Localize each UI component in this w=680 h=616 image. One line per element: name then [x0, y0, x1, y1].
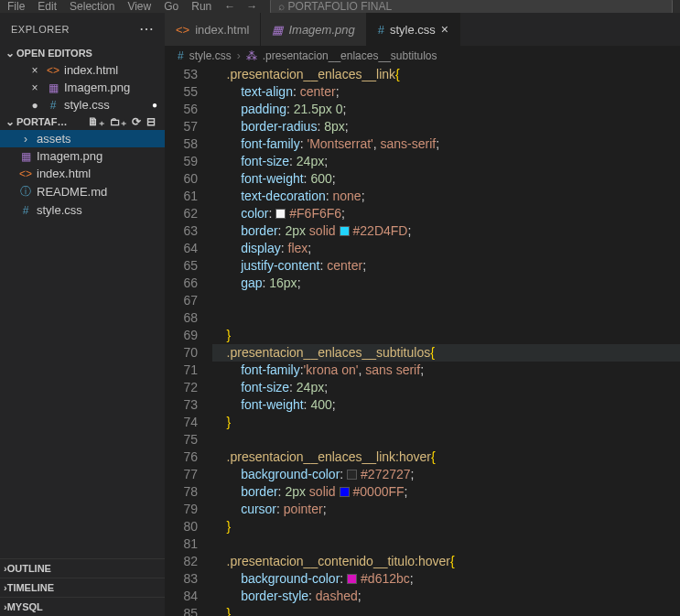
menu-go[interactable]: Go [164, 0, 178, 13]
code-line[interactable]: border-radius: 8px; [212, 118, 680, 135]
image-file-icon: ▦ [272, 23, 283, 37]
code-line[interactable]: .presentacion__contenido__titulo:hover{ [212, 553, 680, 570]
code-line[interactable]: font-weight: 400; [212, 396, 680, 414]
outline-header[interactable]: › OUTLINE [0, 558, 165, 578]
code-line[interactable]: font-weight: 600; [212, 170, 680, 188]
code-line[interactable]: cursor: pointer; [212, 501, 680, 518]
css-file-icon: # [378, 23, 384, 37]
menu-run[interactable]: Run [191, 0, 211, 13]
open-editor-item[interactable]: × ▦Imagem.png [0, 79, 165, 96]
open-editor-item[interactable]: ● #style.css [0, 96, 165, 113]
collapse-all-icon[interactable]: ⊟ [146, 115, 156, 128]
timeline-header[interactable]: › TIMELINE [0, 578, 165, 597]
code-line[interactable]: display: flex; [212, 240, 680, 257]
css-file-icon: # [18, 204, 33, 217]
chevron-right-icon: › [237, 49, 241, 62]
editor-tabs: <>index.html ▦Imagem.png #style.css× [165, 13, 680, 46]
menu-selection[interactable]: Selection [70, 0, 114, 13]
code-line[interactable]: } [212, 605, 680, 616]
html-file-icon: <> [18, 168, 33, 180]
code-lines[interactable]: .presentacion__enlaces__link{ text-align… [210, 66, 680, 616]
chevron-down-icon [4, 115, 16, 128]
color-swatch[interactable] [347, 574, 357, 584]
command-search[interactable]: ⌕ PORTAFOLIO FINAL [270, 0, 673, 13]
code-line[interactable]: background-color: #272727; [212, 466, 680, 483]
tab-style-css[interactable]: #style.css× [367, 13, 460, 46]
code-line[interactable] [212, 431, 680, 448]
tree-item[interactable]: ▦Imagem.png [0, 147, 165, 165]
tree-item[interactable]: ⓘREADME.md [0, 182, 165, 201]
open-editors-list: × <>index.html × ▦Imagem.png ● #style.cs… [0, 61, 165, 113]
color-swatch[interactable] [275, 209, 286, 219]
image-file-icon: ▦ [46, 81, 60, 94]
breadcrumbs[interactable]: # style.css › ⁂ .presentacion__enlaces__… [165, 46, 680, 66]
info-file-icon: ⓘ [18, 184, 33, 200]
code-line[interactable]: } [212, 327, 680, 344]
code-line[interactable]: } [212, 518, 680, 535]
code-line[interactable] [212, 535, 680, 553]
code-line[interactable]: font-family: 'Montserrat', sans-serif; [212, 135, 680, 153]
color-swatch[interactable] [340, 226, 350, 236]
chevron-down-icon [4, 47, 16, 59]
code-line[interactable] [212, 292, 680, 309]
explorer-title: EXPLORER [11, 24, 70, 35]
open-editors-header[interactable]: OPEN EDITORS [0, 45, 165, 61]
menu-edit[interactable]: Edit [38, 0, 57, 13]
code-line[interactable]: .presentacion__enlaces__link{ [212, 66, 680, 83]
code-line[interactable]: gap: 16px; [212, 275, 680, 292]
close-icon[interactable]: × [27, 81, 42, 94]
color-swatch[interactable] [347, 470, 357, 480]
color-swatch[interactable] [340, 487, 350, 497]
menu-view[interactable]: View [127, 0, 151, 13]
css-file-icon: # [46, 99, 60, 112]
code-line[interactable]: } [212, 414, 680, 431]
image-file-icon: ▦ [18, 150, 33, 163]
refresh-icon[interactable]: ⟳ [132, 115, 141, 128]
tree-item[interactable]: #style.css [0, 201, 165, 219]
menu-file[interactable]: File [7, 0, 25, 13]
workspace-header[interactable]: PORTAF… 🗎₊ 🗀₊ ⟳ ⊟ [0, 113, 165, 130]
chevron-right-icon: › [18, 133, 33, 146]
css-file-icon: # [178, 49, 184, 62]
code-line[interactable]: color: #F6F6F6; [212, 205, 680, 222]
code-line[interactable]: .presentacion__enlaces__subtitulos{ [212, 344, 680, 362]
code-line[interactable]: text-decoration: none; [212, 188, 680, 205]
open-editor-item[interactable]: × <>index.html [0, 61, 165, 79]
code-line[interactable]: font-size: 24px; [212, 379, 680, 396]
code-line[interactable]: justify-content: center; [212, 257, 680, 275]
code-line[interactable]: font-size: 24px; [212, 153, 680, 170]
code-line[interactable]: border: 2px solid #22D4FD; [212, 222, 680, 240]
workspace-tree: ›assets ▦Imagem.png <>index.html ⓘREADME… [0, 130, 165, 558]
close-icon[interactable]: × [27, 64, 42, 77]
new-folder-icon[interactable]: 🗀₊ [110, 115, 126, 128]
tab-index-html[interactable]: <>index.html [165, 13, 261, 46]
html-file-icon: <> [176, 23, 189, 37]
html-file-icon: <> [46, 64, 60, 77]
code-line[interactable]: .presentacion__enlaces__link:hover{ [212, 448, 680, 466]
line-gutter: 5355565758596061626364656667686970717273… [165, 66, 210, 616]
code-line[interactable]: font-family:'krona on', sans serif; [212, 362, 680, 379]
code-line[interactable]: border-style: dashed; [212, 588, 680, 605]
tree-item[interactable]: <>index.html [0, 165, 165, 182]
mysql-header[interactable]: › MYSQL [0, 597, 165, 616]
tree-item[interactable]: ›assets [0, 130, 165, 147]
search-icon: ⌕ [278, 0, 287, 13]
code-editor[interactable]: 5355565758596061626364656667686970717273… [165, 66, 680, 616]
new-file-icon[interactable]: 🗎₊ [88, 115, 104, 128]
menubar: FileEditSelectionViewGoRun ← → ⌕ PORTAFO… [0, 0, 680, 13]
code-line[interactable]: background-color: #d612bc; [212, 570, 680, 588]
symbol-icon: ⁂ [246, 49, 257, 62]
nav-back-icon[interactable]: ← [224, 0, 235, 13]
more-icon[interactable]: ⋯ [139, 20, 155, 38]
close-icon[interactable]: × [441, 22, 448, 37]
tab-Imagem-png[interactable]: ▦Imagem.png [261, 13, 366, 46]
nav-forward-icon[interactable]: → [246, 0, 257, 13]
code-line[interactable]: padding: 21.5px 0; [212, 101, 680, 118]
code-line[interactable] [212, 309, 680, 327]
dirty-dot-icon: ● [27, 99, 42, 112]
code-line[interactable]: text-align: center; [212, 83, 680, 101]
code-line[interactable]: border: 2px solid #0000FF; [212, 483, 680, 501]
sidebar: EXPLORER ⋯ OPEN EDITORS × <>index.html ×… [0, 13, 165, 616]
